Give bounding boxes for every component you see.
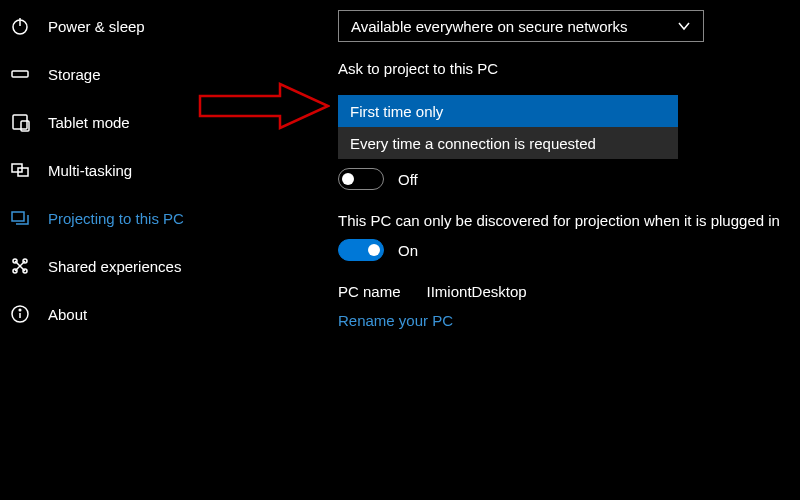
svg-point-16 <box>19 309 21 311</box>
sidebar-item-label: Tablet mode <box>48 114 130 131</box>
require-pin-toggle[interactable] <box>338 168 384 190</box>
availability-select[interactable]: Available everywhere on secure networks <box>338 10 704 42</box>
pc-name-value: IImiontDesktop <box>427 283 527 300</box>
multitask-icon <box>10 160 30 180</box>
project-icon <box>10 208 30 228</box>
ask-to-project-label: Ask to project to this PC <box>338 60 800 77</box>
plugged-in-label: This PC can only be discovered for proje… <box>338 212 800 229</box>
shared-icon <box>10 256 30 276</box>
chevron-down-icon <box>677 19 691 33</box>
sidebar-item-label: About <box>48 306 87 323</box>
sidebar: Power & sleep Storage Tablet mode Multi-… <box>0 0 290 500</box>
sidebar-item-label: Projecting to this PC <box>48 210 184 227</box>
plugged-in-toggle[interactable] <box>338 239 384 261</box>
sidebar-item-multi-tasking[interactable]: Multi-tasking <box>0 146 290 194</box>
pc-name-label: PC name <box>338 283 401 300</box>
sidebar-item-projecting-to-this-pc[interactable]: Projecting to this PC <box>0 194 290 242</box>
svg-rect-3 <box>13 115 27 129</box>
sidebar-item-label: Multi-tasking <box>48 162 132 179</box>
sidebar-item-power-sleep[interactable]: Power & sleep <box>0 2 290 50</box>
dropdown-option-first-time-only[interactable]: First time only <box>338 95 678 127</box>
require-pin-state: Off <box>398 171 418 188</box>
svg-rect-7 <box>12 212 24 221</box>
content-pane: Available everywhere on secure networks … <box>290 0 800 500</box>
dropdown-option-every-time[interactable]: Every time a connection is requested <box>338 127 678 159</box>
storage-icon <box>10 64 30 84</box>
rename-your-pc-link[interactable]: Rename your PC <box>338 312 800 329</box>
svg-rect-2 <box>12 71 28 77</box>
annotation-arrow-icon <box>190 78 330 134</box>
ask-to-project-dropdown[interactable]: First time only Every time a connection … <box>338 95 678 159</box>
availability-select-value: Available everywhere on secure networks <box>351 18 628 35</box>
sidebar-item-about[interactable]: About <box>0 290 290 338</box>
tablet-icon <box>10 112 30 132</box>
sidebar-item-label: Shared experiences <box>48 258 181 275</box>
sidebar-item-label: Storage <box>48 66 101 83</box>
about-icon <box>10 304 30 324</box>
plugged-in-row: On <box>338 239 800 261</box>
pc-name-row: PC name IImiontDesktop <box>338 283 800 300</box>
plugged-in-state: On <box>398 242 418 259</box>
sidebar-item-shared-experiences[interactable]: Shared experiences <box>0 242 290 290</box>
require-pin-row: Off <box>338 168 800 190</box>
sidebar-item-label: Power & sleep <box>48 18 145 35</box>
power-icon <box>10 16 30 36</box>
